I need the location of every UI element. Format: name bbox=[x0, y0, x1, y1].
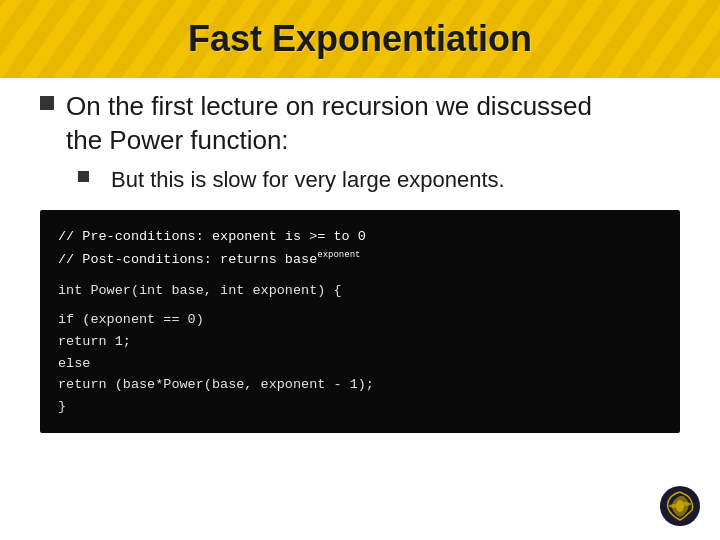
code-line-10: } bbox=[58, 396, 662, 418]
code-line-8: else bbox=[58, 353, 662, 375]
content-area: On the first lecture on recursion we dis… bbox=[40, 90, 680, 510]
sub-bullet-text: But this is slow for very large exponent… bbox=[111, 166, 505, 195]
code-comment-2-prefix: // Post-conditions: returns base bbox=[58, 251, 317, 266]
code-line-4: int Power(int base, int exponent) { bbox=[58, 280, 662, 302]
code-block: // Pre-conditions: exponent is >= to 0 /… bbox=[40, 210, 680, 433]
code-line-1: // Pre-conditions: exponent is >= to 0 bbox=[58, 226, 662, 248]
bullet-square-icon bbox=[40, 96, 54, 110]
code-spacer-1 bbox=[58, 270, 662, 280]
code-line-6: if (exponent == 0) bbox=[58, 309, 662, 331]
slide-header: Fast Exponentiation bbox=[0, 0, 720, 78]
code-comment-1: // Pre-conditions: exponent is >= to 0 bbox=[58, 229, 366, 244]
university-logo-icon bbox=[658, 484, 702, 528]
slide-container: Fast Exponentiation On the first lecture… bbox=[0, 0, 720, 540]
code-line-9: return (base*Power(base, exponent - 1); bbox=[58, 374, 662, 396]
bullet-text-line1: On the first lecture on recursion we dis… bbox=[66, 90, 592, 124]
sub-bullet-1: But this is slow for very large exponent… bbox=[54, 166, 680, 195]
main-bullet-1: On the first lecture on recursion we dis… bbox=[40, 90, 680, 158]
logo-area bbox=[658, 484, 702, 528]
main-bullet-text: On the first lecture on recursion we dis… bbox=[66, 90, 592, 158]
code-comment-2-super: exponent bbox=[317, 250, 360, 260]
code-spacer-2 bbox=[58, 301, 662, 309]
sub-bullet-square-icon bbox=[78, 171, 89, 182]
slide-title: Fast Exponentiation bbox=[188, 18, 532, 60]
code-line-7: return 1; bbox=[58, 331, 662, 353]
code-line-2: // Post-conditions: returns baseexponent bbox=[58, 248, 662, 270]
bullet-text-line2: the Power function: bbox=[66, 124, 592, 158]
svg-point-1 bbox=[676, 500, 684, 512]
